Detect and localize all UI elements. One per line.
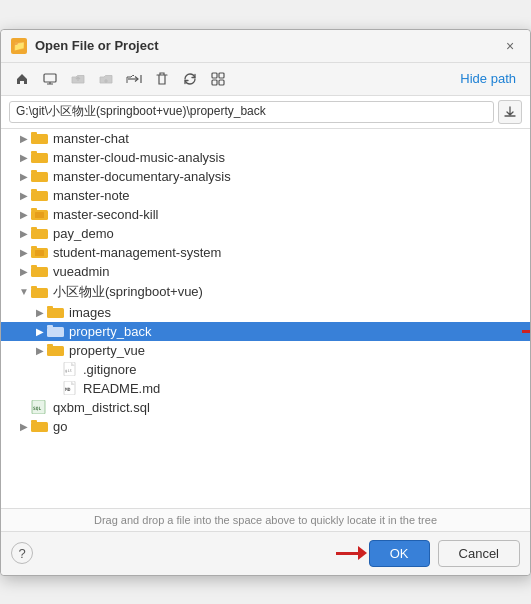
file-icon-readme: MD — [63, 381, 79, 395]
chevron-xiaoqu — [17, 285, 31, 299]
red-arrow-indicator — [522, 325, 530, 337]
dialog-icon: 📁 — [11, 38, 27, 54]
ok-button[interactable]: OK — [369, 540, 430, 567]
folder-icon-go — [31, 419, 49, 433]
toolbar: Hide path — [1, 63, 530, 96]
svg-rect-28 — [47, 327, 64, 337]
chevron-pay-demo — [17, 226, 31, 240]
label-images: images — [69, 305, 111, 320]
chevron-property-back — [33, 324, 47, 338]
svg-rect-22 — [31, 267, 48, 277]
label-gitignore: .gitignore — [83, 362, 136, 377]
folder-icon-images — [47, 305, 65, 319]
tree-item-images[interactable]: images — [1, 303, 530, 322]
svg-rect-30 — [47, 346, 64, 356]
tree-item-gitignore[interactable]: git .gitignore — [1, 360, 530, 379]
help-button[interactable]: ? — [11, 542, 33, 564]
svg-rect-21 — [35, 250, 44, 256]
tree-item-readme[interactable]: MD README.md — [1, 379, 530, 398]
cancel-button[interactable]: Cancel — [438, 540, 520, 567]
folder-new-button[interactable] — [93, 67, 119, 91]
label-qxbm-sql: qxbm_district.sql — [53, 400, 150, 415]
tree-item-pay-demo[interactable]: pay_demo — [1, 224, 530, 243]
svg-text:SQL: SQL — [33, 406, 41, 411]
chevron-manster-documentary — [17, 169, 31, 183]
folder-icon-pay-demo — [31, 226, 49, 240]
tree-item-qxbm-sql[interactable]: SQL qxbm_district.sql — [1, 398, 530, 417]
label-go: go — [53, 419, 67, 434]
label-property-vue: property_vue — [69, 343, 145, 358]
label-manster-documentary: manster-documentary-analysis — [53, 169, 231, 184]
svg-rect-25 — [31, 286, 37, 289]
move-button[interactable] — [121, 67, 147, 91]
svg-rect-0 — [44, 74, 56, 82]
path-input[interactable] — [9, 101, 494, 123]
ok-arrow-line — [336, 552, 358, 555]
svg-rect-11 — [31, 170, 37, 173]
path-bar — [1, 96, 530, 129]
label-student-management: student-management-system — [53, 245, 221, 260]
folder-icon-vueadmin — [31, 264, 49, 278]
dialog-title: Open File or Project — [35, 38, 159, 53]
svg-rect-16 — [35, 212, 44, 218]
label-manster-cloud-music: manster-cloud-music-analysis — [53, 150, 225, 165]
chevron-property-vue — [33, 343, 47, 357]
label-manster-note: manster-note — [53, 188, 130, 203]
tree-item-property-back[interactable]: property_back — [1, 322, 530, 341]
file-tree: manster-chat manster-cloud-music-analysi… — [1, 129, 530, 509]
svg-rect-26 — [47, 308, 64, 318]
folder-up-button[interactable] — [65, 67, 91, 91]
svg-rect-15 — [31, 208, 37, 211]
svg-rect-31 — [47, 344, 53, 347]
label-xiaoqu: 小区物业(springboot+vue) — [53, 283, 203, 301]
close-button[interactable]: × — [500, 36, 520, 56]
tree-item-xiaoqu[interactable]: 小区物业(springboot+vue) — [1, 281, 530, 303]
status-message: Drag and drop a file into the space abov… — [94, 514, 437, 526]
tree-item-manster-cloud-music[interactable]: manster-cloud-music-analysis — [1, 148, 530, 167]
tree-item-master-second-kill[interactable]: master-second-kill — [1, 205, 530, 224]
arrow-line — [522, 330, 530, 333]
path-download-button[interactable] — [498, 100, 522, 124]
svg-rect-18 — [31, 227, 37, 230]
svg-rect-3 — [212, 80, 217, 85]
chevron-manster-cloud — [17, 150, 31, 164]
svg-rect-7 — [31, 132, 37, 135]
delete-button[interactable] — [149, 67, 175, 91]
file-icon-qxbm-sql: SQL — [31, 400, 49, 414]
tree-item-manster-chat[interactable]: manster-chat — [1, 129, 530, 148]
svg-rect-20 — [31, 246, 37, 249]
tree-item-student-management[interactable]: student-management-system — [1, 243, 530, 262]
tree-item-go[interactable]: go — [1, 417, 530, 436]
title-bar-left: 📁 Open File or Project — [11, 38, 159, 54]
chevron-manster-note — [17, 188, 31, 202]
svg-rect-13 — [31, 189, 37, 192]
folder-icon-manster-note — [31, 188, 49, 202]
computer-button[interactable] — [37, 67, 63, 91]
svg-rect-10 — [31, 172, 48, 182]
expand-button[interactable] — [205, 67, 231, 91]
tree-item-manster-documentary[interactable]: manster-documentary-analysis — [1, 167, 530, 186]
svg-rect-2 — [219, 73, 224, 78]
tree-item-vueadmin[interactable]: vueadmin — [1, 262, 530, 281]
hide-path-button[interactable]: Hide path — [454, 69, 522, 88]
folder-icon-property-back — [47, 324, 65, 338]
folder-icon-xiaoqu — [31, 285, 49, 299]
tree-item-property-vue[interactable]: property_vue — [1, 341, 530, 360]
label-property-back: property_back — [69, 324, 151, 339]
ok-arrow-head — [358, 546, 367, 560]
refresh-button[interactable] — [177, 67, 203, 91]
status-bar: Drag and drop a file into the space abov… — [1, 509, 530, 532]
svg-rect-24 — [31, 288, 48, 298]
label-manster-chat: manster-chat — [53, 131, 129, 146]
chevron-master-second-kill — [17, 207, 31, 221]
label-master-second-kill: master-second-kill — [53, 207, 158, 222]
toolbar-buttons — [9, 67, 231, 91]
chevron-go — [17, 419, 31, 433]
svg-rect-23 — [31, 265, 37, 268]
folder-icon-master-second-kill — [31, 207, 49, 221]
home-button[interactable] — [9, 67, 35, 91]
tree-item-manster-note[interactable]: manster-note — [1, 186, 530, 205]
svg-text:git: git — [65, 368, 73, 373]
file-icon-gitignore: git — [63, 362, 79, 376]
ok-arrow — [336, 546, 367, 560]
